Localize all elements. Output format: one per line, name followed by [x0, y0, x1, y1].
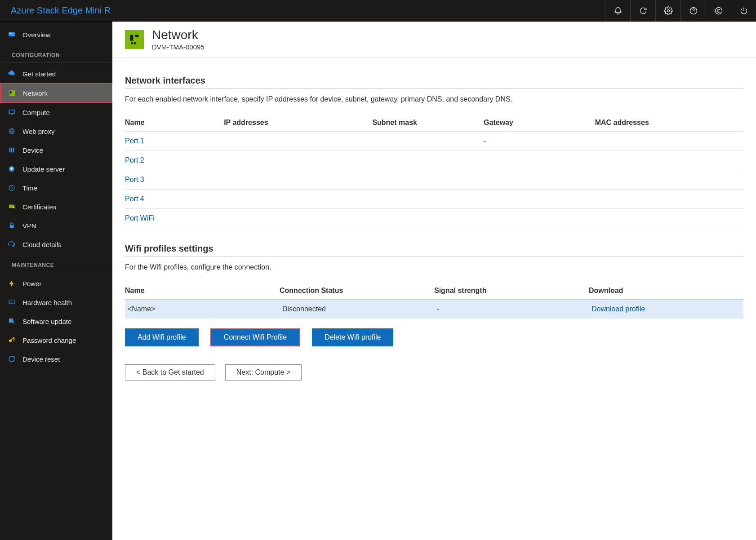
sidebar-item-label: Cloud details — [22, 241, 62, 248]
svg-rect-4 — [9, 33, 12, 34]
wifi-profiles-heading: Wifi profiles settings — [125, 243, 743, 257]
gateway-cell — [484, 151, 595, 170]
svg-rect-6 — [10, 91, 12, 94]
port-link[interactable]: Port 2 — [125, 156, 144, 164]
settings-icon[interactable] — [655, 0, 680, 21]
connect-wifi-profile-button[interactable]: Connect Wifi Profile — [210, 328, 301, 346]
sidebar-item-label: Power — [22, 280, 42, 288]
sidebar-item-device-reset[interactable]: Device reset — [0, 350, 112, 368]
svg-rect-11 — [11, 148, 12, 153]
download-profile-link[interactable]: Download profile — [591, 305, 645, 313]
subnet-cell — [372, 190, 484, 209]
subnet-cell — [372, 151, 484, 170]
sidebar-item-label: Update server — [22, 165, 65, 173]
gateway-cell — [484, 170, 595, 190]
sidebar-item-hardware-health[interactable]: Hardware health — [0, 293, 112, 312]
col-gateway: Gateway — [484, 116, 595, 132]
cloud-icon — [7, 69, 16, 78]
ip-cell — [224, 151, 372, 170]
network-row: Port 3 — [125, 170, 743, 190]
sidebar-item-label: Get started — [22, 70, 56, 78]
svg-point-16 — [13, 206, 15, 208]
sidebar-item-overview[interactable]: Overview — [0, 25, 112, 44]
network-row: Port WiFi — [125, 209, 743, 228]
sidebar-item-compute[interactable]: Compute — [0, 103, 112, 122]
sidebar-item-device[interactable]: Device — [0, 141, 112, 159]
back-button[interactable]: < Back to Get started — [125, 364, 215, 381]
svg-point-21 — [9, 340, 12, 342]
delete-wifi-profile-button[interactable]: Delete Wifi profile — [312, 328, 393, 346]
sidebar-item-label: Device — [22, 146, 43, 154]
wifi-status-cell: Disconnected — [280, 300, 434, 319]
mac-cell — [595, 151, 743, 170]
sidebar-item-label: Overview — [22, 31, 51, 39]
wifi-col-download: Download — [589, 284, 743, 300]
wifi-name-cell: <Name> — [125, 300, 280, 319]
sidebar-item-software-update[interactable]: Software update — [0, 312, 112, 331]
subnet-cell — [372, 132, 484, 151]
sidebar-item-label: Compute — [22, 109, 50, 116]
wifi-col-name: Name — [125, 284, 280, 300]
svg-rect-3 — [9, 32, 15, 36]
sidebar-item-label: Certificates — [22, 203, 56, 211]
wifi-profiles-desc: For the Wifi profiles, configure the con… — [125, 263, 743, 271]
svg-point-2 — [715, 7, 722, 14]
help-icon[interactable] — [680, 0, 706, 21]
mac-cell — [595, 132, 743, 151]
network-row: Port 1- — [125, 132, 743, 151]
port-link[interactable]: Port 3 — [125, 176, 144, 183]
sidebar-item-label: Device reset — [22, 355, 60, 363]
svg-rect-12 — [13, 148, 14, 153]
port-link[interactable]: Port 1 — [125, 137, 144, 145]
sidebar-section-config: CONFIGURATION — [4, 44, 109, 62]
sidebar-item-label: Hardware health — [22, 299, 72, 306]
gateway-cell — [484, 209, 595, 228]
overview-icon — [7, 30, 16, 39]
sidebar-item-label: Time — [22, 184, 37, 192]
sidebar-item-password-change[interactable]: Password change — [0, 331, 112, 350]
sidebar-item-power[interactable]: Power — [0, 274, 112, 293]
device-icon — [7, 146, 16, 155]
lock-icon — [7, 221, 16, 230]
network-header-icon — [125, 30, 144, 49]
next-button[interactable]: Next: Compute > — [225, 364, 302, 381]
update-server-icon — [7, 164, 16, 173]
wifi-col-status: Connection Status — [280, 284, 434, 300]
sidebar-item-update-server[interactable]: Update server — [0, 159, 112, 178]
subnet-cell — [372, 209, 484, 228]
wifi-col-signal: Signal strength — [434, 284, 589, 300]
notifications-icon[interactable] — [605, 0, 630, 21]
globe-icon — [7, 127, 16, 136]
svg-rect-23 — [130, 35, 133, 40]
sidebar-item-vpn[interactable]: VPN — [0, 216, 112, 235]
port-link[interactable]: Port 4 — [125, 195, 144, 203]
add-wifi-profile-button[interactable]: Add Wifi profile — [125, 328, 199, 346]
svg-rect-26 — [134, 42, 136, 44]
wifi-profiles-table: Name Connection Status Signal strength D… — [125, 284, 743, 319]
network-interfaces-heading: Network interfaces — [125, 75, 743, 89]
page-subtitle: DVM-TMA-00095 — [152, 43, 205, 51]
mac-cell — [595, 209, 743, 228]
svg-rect-20 — [9, 319, 13, 323]
sidebar-item-web-proxy[interactable]: Web proxy — [0, 122, 112, 141]
power-icon[interactable] — [731, 0, 756, 21]
sidebar-item-certificates[interactable]: Certificates — [0, 197, 112, 216]
svg-rect-17 — [10, 225, 14, 228]
refresh-icon[interactable] — [630, 0, 655, 21]
network-row: Port 4 — [125, 190, 743, 209]
copyright-icon[interactable] — [706, 0, 731, 21]
network-icon — [8, 89, 17, 97]
sidebar-item-time[interactable]: Time — [0, 178, 112, 197]
sidebar-item-cloud-details[interactable]: Cloud details — [0, 235, 112, 254]
ip-cell — [224, 170, 372, 190]
clock-icon — [7, 183, 16, 192]
sidebar-section-maintenance: MAINTENANCE — [4, 254, 109, 272]
ip-cell — [224, 190, 372, 209]
sidebar-item-network[interactable]: Network — [0, 83, 112, 103]
svg-rect-24 — [135, 35, 138, 37]
svg-rect-7 — [9, 110, 14, 114]
sidebar-item-get-started[interactable]: Get started — [0, 64, 112, 83]
port-link[interactable]: Port WiFi — [125, 214, 155, 222]
wifi-profile-row[interactable]: <Name> Disconnected - Download profile — [125, 300, 743, 319]
gateway-cell: - — [484, 132, 595, 151]
